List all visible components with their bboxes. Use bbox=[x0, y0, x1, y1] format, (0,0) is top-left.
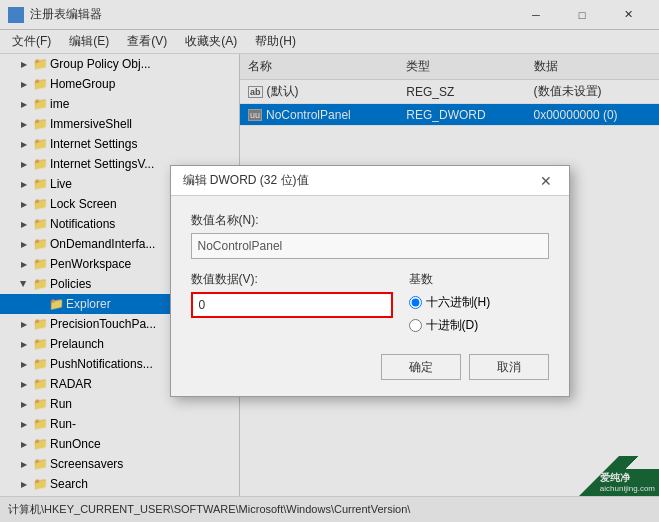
data-value-input[interactable] bbox=[191, 292, 393, 318]
dialog-body: 数值名称(N): 数值数据(V): 基数 十六进制(H) bbox=[171, 196, 569, 396]
dialog-title-bar: 编辑 DWORD (32 位)值 ✕ bbox=[171, 166, 569, 196]
radio-hex[interactable]: 十六进制(H) bbox=[409, 294, 549, 311]
radio-dec-label: 十进制(D) bbox=[426, 317, 479, 334]
dialog-buttons: 确定 取消 bbox=[191, 350, 549, 380]
name-field-label: 数值名称(N): bbox=[191, 212, 549, 229]
base-label: 基数 bbox=[409, 271, 549, 288]
radio-dec-input[interactable] bbox=[409, 319, 422, 332]
base-section: 基数 十六进制(H) 十进制(D) bbox=[409, 271, 549, 334]
radio-hex-label: 十六进制(H) bbox=[426, 294, 491, 311]
radio-group: 十六进制(H) 十进制(D) bbox=[409, 294, 549, 334]
data-base-row: 数值数据(V): 基数 十六进制(H) 十进制(D) bbox=[191, 271, 549, 334]
data-section: 数值数据(V): bbox=[191, 271, 393, 334]
dialog-title: 编辑 DWORD (32 位)值 bbox=[183, 172, 309, 189]
data-field-label: 数值数据(V): bbox=[191, 271, 393, 288]
radio-dec[interactable]: 十进制(D) bbox=[409, 317, 549, 334]
cancel-button[interactable]: 取消 bbox=[469, 354, 549, 380]
ok-button[interactable]: 确定 bbox=[381, 354, 461, 380]
radio-hex-input[interactable] bbox=[409, 296, 422, 309]
dialog-close-button[interactable]: ✕ bbox=[531, 168, 561, 194]
name-input[interactable] bbox=[191, 233, 549, 259]
dialog-overlay: 编辑 DWORD (32 位)值 ✕ 数值名称(N): 数值数据(V): 基数 bbox=[0, 0, 659, 522]
edit-dword-dialog: 编辑 DWORD (32 位)值 ✕ 数值名称(N): 数值数据(V): 基数 bbox=[170, 165, 570, 397]
